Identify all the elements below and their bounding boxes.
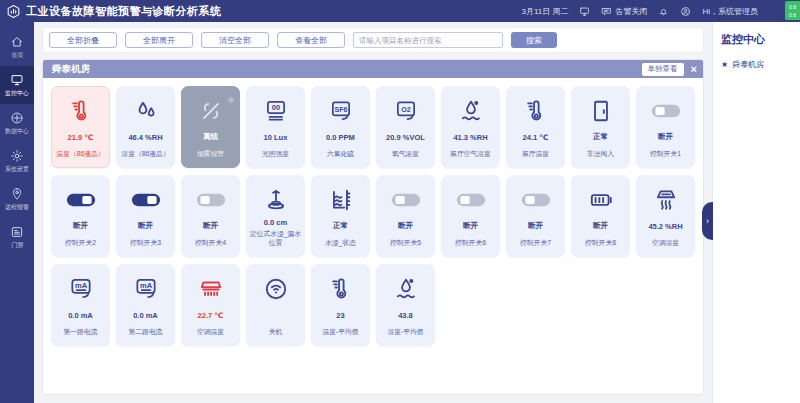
sensor-card[interactable]: 45.2 %RH空调湿度 xyxy=(636,175,695,257)
sensor-value: 24.1 ℃ xyxy=(523,133,549,142)
sensor-value: 21.9 ℃ xyxy=(68,133,94,142)
sensor-card[interactable]: 22.7 ℃空调温度 xyxy=(181,264,240,346)
battery-icon xyxy=(588,186,614,214)
sidebar-item-monitor-center[interactable]: 监控中心 xyxy=(0,66,34,104)
sensor-card[interactable]: 43.8湿度-平均值 xyxy=(376,264,435,346)
header-date: 3月11日 周二 xyxy=(521,6,568,17)
sensor-label: 空调温度 xyxy=(197,328,224,336)
ma-meter-icon: mA xyxy=(68,275,94,303)
doorcard-icon xyxy=(10,225,24,239)
sensor-card[interactable]: 断开控制开关4 xyxy=(181,175,240,257)
sensor-card[interactable]: 断开控制开关6 xyxy=(441,175,500,257)
close-icon[interactable]: × xyxy=(691,64,697,75)
sensor-card[interactable]: mA0.0 mA第二路电流 xyxy=(116,264,175,346)
left-sidebar: 首页监控中心数据中心系统设置远程报警门禁 xyxy=(0,22,34,403)
brand: 工业设备故障智能预警与诊断分析系统 xyxy=(6,4,222,19)
toolbar-button-collapse-all[interactable]: 全部折叠 xyxy=(49,32,117,48)
toolbar: 全部折叠全部展开清空全部查看全部 搜索 xyxy=(42,27,704,53)
sensor-card[interactable]: 断开控制开关8 xyxy=(571,175,630,257)
main-area: 全部折叠全部展开清空全部查看全部 搜索 舜泰机房 单独查看 × 21.9 ℃温度… xyxy=(34,22,712,403)
sensor-card[interactable]: 离线烟雾报警 xyxy=(181,86,240,168)
sensor-label: 温度（86液晶） xyxy=(56,150,104,158)
room-list-item[interactable]: ★舜泰机房 xyxy=(721,59,792,70)
sensor-label: 第二路电流 xyxy=(129,328,163,336)
sensor-card[interactable]: 断开控制开关2 xyxy=(51,175,110,257)
sensor-grid: 21.9 ℃温度（86液晶）46.4 %RH湿度（86液晶）离线烟雾报警0010… xyxy=(43,78,703,394)
avatar[interactable] xyxy=(680,6,691,17)
sensor-card[interactable]: 0.0 cm定位式水浸_漏水位置 xyxy=(246,175,305,257)
toolbar-button-clear-all[interactable]: 清空全部 xyxy=(201,32,269,48)
sensor-label: 六氟化硫 xyxy=(327,150,354,158)
panel-title: 舜泰机房 xyxy=(52,63,90,76)
search-input[interactable] xyxy=(353,32,503,48)
toolbar-button-expand-all[interactable]: 全部展开 xyxy=(125,32,193,48)
sidebar-expander[interactable]: › xyxy=(702,202,713,240)
sidebar-item-data-center[interactable]: 数据中心 xyxy=(0,104,34,142)
sensor-card[interactable]: 正常非法闯入 xyxy=(571,86,630,168)
panel-actions: 单独查看 × xyxy=(642,63,697,76)
message-icon xyxy=(601,6,612,17)
sensor-card[interactable]: 23温度-平均值 xyxy=(311,264,370,346)
app-header: 工业设备故障智能预警与诊断分析系统 3月11日 周二 告警关闭 Hi，系统管理员… xyxy=(0,0,800,22)
sensor-card[interactable]: 21.9 ℃温度（86液晶） xyxy=(51,86,110,168)
alarm-toggle-label: 告警关闭 xyxy=(615,6,647,17)
sensor-card[interactable]: 断开控制开关1 xyxy=(636,86,695,168)
sensor-label: 控制开关6 xyxy=(455,239,486,247)
fullscreen-icon[interactable] xyxy=(579,6,590,17)
sensor-card[interactable]: 24.1 ℃展厅温度 xyxy=(506,86,565,168)
sensor-card[interactable]: SF60.0 PPM六氟化硫 xyxy=(311,86,370,168)
gear-icon[interactable] xyxy=(227,90,235,98)
sensor-card[interactable]: mA0.0 mA第一路电流 xyxy=(51,264,110,346)
sensor-card[interactable]: 41.3 %RH展厅空气湿度 xyxy=(441,86,500,168)
sensor-label: 控制开关5 xyxy=(390,239,421,247)
view-alone-button[interactable]: 单独查看 xyxy=(642,63,684,76)
sidebar-item-remote-alarm[interactable]: 远程报警 xyxy=(0,180,34,218)
pin-icon xyxy=(10,187,24,201)
sensor-value: 断开 xyxy=(593,221,608,231)
svg-text:mA: mA xyxy=(74,281,87,290)
app-title: 工业设备故障智能预警与诊断分析系统 xyxy=(26,4,222,19)
sensor-value: 离线 xyxy=(203,132,218,142)
room-list: ★舜泰机房 xyxy=(721,59,792,70)
chevron-right-icon: › xyxy=(706,216,709,226)
offline-link-icon xyxy=(198,97,224,125)
svg-text:SF6: SF6 xyxy=(334,106,347,113)
sensor-value: 断开 xyxy=(398,221,413,231)
ac-unit-icon xyxy=(198,275,224,303)
search-button[interactable]: 搜索 xyxy=(511,32,557,48)
sensor-card[interactable]: 断开控制开关7 xyxy=(506,175,565,257)
sidebar-item-home[interactable]: 首页 xyxy=(0,28,34,66)
alarm-toggle[interactable]: 告警关闭 xyxy=(601,6,647,17)
sensor-card[interactable]: 0010 Lux光照强度 xyxy=(246,86,305,168)
sensor-card[interactable]: 断开控制开关3 xyxy=(116,175,175,257)
ac-vent-icon xyxy=(653,186,679,214)
bell-icon[interactable] xyxy=(658,6,669,17)
sensor-value: 20.9 %VOL xyxy=(386,133,425,142)
sensor-value: 断开 xyxy=(658,132,673,142)
sensor-value: 41.3 %RH xyxy=(453,133,487,142)
toggle-off-icon xyxy=(651,97,681,125)
drop-waves-icon xyxy=(393,275,419,303)
water-gauge-icon xyxy=(328,186,354,214)
toolbar-buttons: 全部折叠全部展开清空全部查看全部 xyxy=(49,32,345,48)
star-icon: ★ xyxy=(721,60,728,69)
sensor-card[interactable]: 关机 xyxy=(246,264,305,346)
sensor-label: 湿度（86液晶） xyxy=(121,150,169,158)
data-icon xyxy=(10,111,24,125)
toggle-on-icon xyxy=(66,186,96,214)
door-icon xyxy=(588,97,614,125)
sensor-value: 断开 xyxy=(138,221,153,231)
thermometer-icon xyxy=(523,97,549,125)
sidebar-item-access-control[interactable]: 门禁 xyxy=(0,218,34,256)
sensor-card[interactable]: O220.9 %VOL氧气浓度 xyxy=(376,86,435,168)
sensor-card[interactable]: 46.4 %RH湿度（86液晶） xyxy=(116,86,175,168)
sensor-label: 控制开关2 xyxy=(65,239,96,247)
sensor-card[interactable]: 断开控制开关5 xyxy=(376,175,435,257)
sensor-card[interactable]: 正常水浸_状态 xyxy=(311,175,370,257)
sidebar-item-system-settings[interactable]: 系统设置 xyxy=(0,142,34,180)
room-panel: 舜泰机房 单独查看 × 21.9 ℃温度（86液晶）46.4 %RH湿度（86液… xyxy=(42,59,704,395)
sidebar-item-label: 监控中心 xyxy=(5,89,29,97)
toolbar-button-view-all[interactable]: 查看全部 xyxy=(277,32,345,48)
sensor-label: 控制开关3 xyxy=(130,239,161,247)
sensor-value: 46.4 %RH xyxy=(128,133,162,142)
